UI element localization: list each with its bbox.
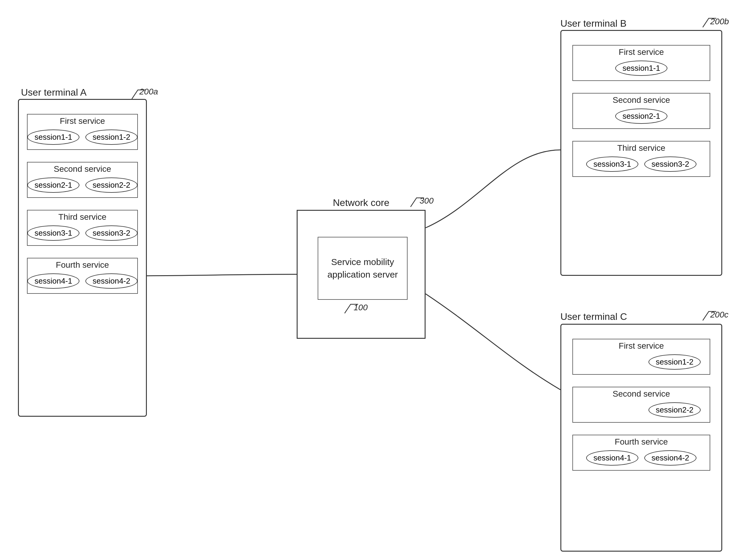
terminal-a-s4-session2: session4-2 [86,273,137,289]
terminal-b-service-3-label: Third service [573,142,710,154]
terminal-b-service-1: First service session1-1 [572,45,710,81]
terminal-c-service-2: Second service session2-2 [572,387,710,423]
terminal-a-service-1-label: First service [28,115,137,127]
terminal-b-service-2: Second service session2-1 [572,93,710,129]
terminal-c-s4-session2: session4-2 [644,450,697,466]
terminal-c-s2-session1: session2-2 [648,402,701,417]
terminal-c-s1-session1: session1-2 [648,354,701,370]
server-id-text: 100 [354,303,368,312]
diagram-container: User terminal A 200a First service sessi… [0,0,745,560]
terminal-a-label: User terminal A [21,87,87,98]
terminal-c-service-1-label: First service [573,339,710,352]
terminal-a-service-4: Fourth service session4-1 session4-2 [27,258,138,294]
terminal-a-s2-session1: session2-1 [27,178,79,193]
terminal-b-service-3: Third service session3-1 session3-2 [572,141,710,177]
terminal-c-s4-session1: session4-1 [586,450,638,466]
terminal-c-label: User terminal C [560,311,627,322]
terminal-a-id-text: 200a [139,87,158,96]
network-core-label: Network core [306,197,417,208]
terminal-c-service-2-label: Second service [573,387,710,400]
terminal-a-s1-session2: session1-2 [86,129,137,145]
terminal-c-service-1: First service session1-2 [572,339,710,375]
terminal-a-s1-session1: session1-1 [27,129,79,145]
terminal-a-s4-session1: session4-1 [27,273,79,289]
server-label: Service mobilityapplication server [327,256,398,281]
terminal-c-service-3: Fourth service session4-1 session4-2 [572,435,710,471]
terminal-b-service-1-label: First service [573,45,710,58]
terminal-b-id: 200b [710,17,729,26]
server-inner-box: Service mobilityapplication server [318,237,408,300]
terminal-a-s2-session2: session2-2 [86,178,137,193]
terminal-b-label: User terminal B [560,18,627,29]
terminal-b-s2-session1: session2-1 [615,108,668,124]
terminal-a-service-2: Second service session2-1 session2-2 [27,162,138,198]
terminal-a-s3-session1: session3-1 [27,225,79,241]
terminal-b-s1-session1: session1-1 [615,61,668,76]
terminal-a-service-3-label: Third service [28,211,137,223]
terminal-a-service-3: Third service session3-1 session3-2 [27,210,138,246]
network-core-id: 300 [420,196,434,206]
terminal-b-s3-session2: session3-2 [644,156,697,172]
terminal-a-s3-session2: session3-2 [86,225,137,241]
terminal-b-service-2-label: Second service [573,94,710,106]
terminal-c-service-3-label: Fourth service [573,435,710,448]
terminal-c-id: 200c [710,310,728,319]
terminal-b-s3-session1: session3-1 [586,156,638,172]
terminal-a-service-1: First service session1-1 session1-2 [27,114,138,150]
terminal-a-service-4-label: Fourth service [28,258,137,271]
terminal-a-service-2-label: Second service [28,162,137,175]
